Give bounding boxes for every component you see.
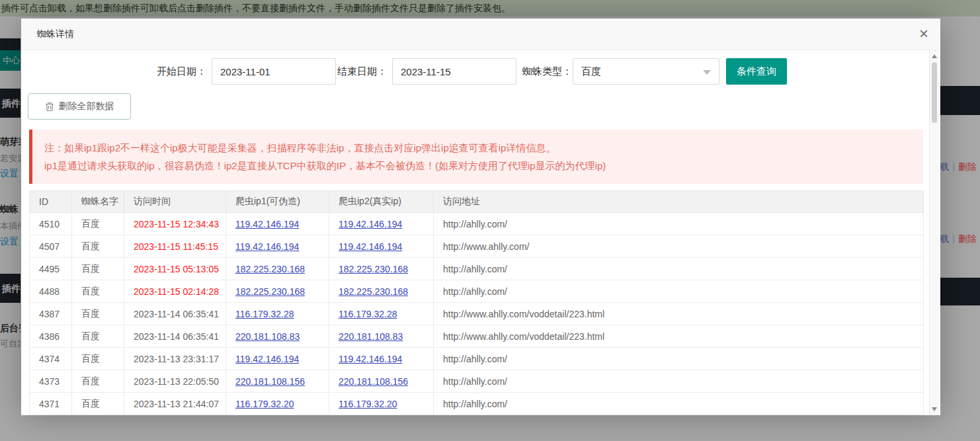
- column-header-0: ID: [30, 191, 72, 213]
- visit-time: 2023-11-15 12:34:43: [124, 213, 226, 235]
- modal-header: 蜘蛛详情 ×: [21, 19, 940, 50]
- table-row: 4510百度2023-11-15 12:34:43119.42.146.1941…: [30, 213, 924, 235]
- modal-scrollbar[interactable]: [929, 50, 939, 415]
- ip-warning-line-1: 注：如果ip1跟ip2不一样这个ip极大可能是采集器，扫描程序等非法ip，直接点…: [44, 139, 923, 157]
- table-row: 4488百度2023-11-15 02:14:28182.225.230.168…: [30, 280, 924, 303]
- spider-table-body: 4510百度2023-11-15 12:34:43119.42.146.1941…: [30, 213, 924, 415]
- row-id: 4495: [30, 258, 72, 280]
- ip1-link[interactable]: 182.225.230.168: [235, 264, 305, 274]
- visit-url: http://ahlly.com/: [434, 258, 924, 280]
- spider-type-selected-value: 百度: [581, 65, 601, 77]
- ip2-link-cell: 116.179.32.28: [329, 303, 434, 325]
- visit-time: 2023-11-13 21:44:07: [124, 393, 226, 415]
- ip1-link[interactable]: 119.42.146.194: [235, 241, 299, 252]
- ip2-link-cell: 119.42.146.194: [329, 213, 434, 235]
- ip2-link[interactable]: 182.225.230.168: [339, 264, 408, 274]
- ip1-link-cell: 220.181.108.83: [226, 325, 329, 348]
- ip1-link-cell: 119.42.146.194: [226, 213, 329, 235]
- spider-table-head-row: ID蜘蛛名字访问时间爬虫ip1(可伪造)爬虫ip2(真实ip)访问地址: [30, 191, 924, 213]
- start-date-label: 开始日期：: [157, 58, 206, 85]
- ip1-link-cell: 220.181.108.156: [226, 370, 329, 393]
- delete-all-data-button[interactable]: 删除全部数据: [28, 93, 131, 120]
- visit-url: http://ahlly.com/: [434, 280, 924, 303]
- column-header-2: 访问时间: [124, 191, 226, 213]
- visit-url: http://ahlly.com/: [434, 213, 924, 235]
- ip1-link[interactable]: 119.42.146.194: [235, 219, 299, 229]
- ip2-link-cell: 119.42.146.194: [329, 235, 434, 258]
- ip2-link-cell: 182.225.230.168: [329, 258, 434, 280]
- scroll-up-icon[interactable]: [932, 54, 937, 58]
- ip2-link-cell: 116.179.32.20: [329, 393, 434, 415]
- row-id: 4386: [30, 325, 72, 348]
- start-date-input[interactable]: [212, 58, 336, 85]
- row-id: 4510: [30, 213, 72, 235]
- row-id: 4373: [30, 370, 72, 393]
- spider-name: 百度: [72, 213, 124, 235]
- ip1-link-cell: 182.225.230.168: [226, 280, 329, 303]
- ip2-link[interactable]: 119.42.146.194: [339, 354, 402, 364]
- end-date-input[interactable]: [392, 58, 516, 85]
- column-header-4: 爬虫ip2(真实ip): [329, 191, 434, 213]
- spider-type-select[interactable]: 百度: [573, 58, 719, 85]
- visit-time: 2023-11-13 22:05:50: [124, 370, 226, 393]
- ip1-link[interactable]: 116.179.32.20: [235, 399, 294, 409]
- ip1-link[interactable]: 220.181.108.156: [235, 376, 305, 387]
- column-header-3: 爬虫ip1(可伪造): [226, 191, 329, 213]
- column-header-5: 访问地址: [434, 191, 924, 213]
- ip1-link-cell: 119.42.146.194: [226, 235, 329, 258]
- ip1-link-cell: 116.179.32.28: [226, 303, 329, 325]
- row-id: 4507: [30, 235, 72, 258]
- spider-detail-modal: 蜘蛛详情 × 开始日期： 结束日期： 蜘蛛类型： 百度 条件查询 删除全部数据 …: [21, 19, 940, 415]
- column-header-1: 蜘蛛名字: [72, 191, 124, 213]
- ip2-link-cell: 182.225.230.168: [329, 280, 434, 303]
- ip1-link[interactable]: 220.181.108.83: [235, 331, 300, 342]
- table-row: 4374百度2023-11-13 23:31:17119.42.146.1941…: [30, 348, 924, 370]
- visit-time: 2023-11-15 11:45:15: [124, 235, 226, 258]
- scrollbar-thumb[interactable]: [932, 62, 937, 123]
- modal-title: 蜘蛛详情: [21, 19, 940, 50]
- ip2-link-cell: 220.181.108.156: [329, 370, 434, 393]
- table-row: 4386百度2023-11-14 06:35:41220.181.108.832…: [30, 325, 924, 348]
- ip2-link[interactable]: 220.181.108.156: [339, 376, 408, 387]
- spider-name: 百度: [72, 280, 124, 303]
- ip2-link-cell: 119.42.146.194: [329, 348, 434, 370]
- ip1-link[interactable]: 182.225.230.168: [235, 286, 305, 297]
- table-row: 4371百度2023-11-13 21:44:07116.179.32.2011…: [30, 393, 924, 415]
- visit-url: http://ahlly.com/: [434, 393, 924, 415]
- row-id: 4374: [30, 348, 72, 370]
- row-id: 4488: [30, 280, 72, 303]
- visit-url: http://www.ahlly.com/voddetail/223.html: [434, 303, 924, 325]
- ip1-link[interactable]: 119.42.146.194: [235, 354, 299, 364]
- ip-warning-note: 注：如果ip1跟ip2不一样这个ip极大可能是采集器，扫描程序等非法ip，直接点…: [29, 130, 923, 184]
- spider-name: 百度: [72, 393, 124, 415]
- spider-name: 百度: [72, 370, 124, 393]
- ip2-link[interactable]: 116.179.32.28: [339, 309, 397, 319]
- ip1-link-cell: 182.225.230.168: [226, 258, 329, 280]
- delete-all-data-label: 删除全部数据: [59, 100, 114, 112]
- spider-name: 百度: [72, 258, 124, 280]
- visit-url: http://ahlly.com/: [434, 348, 924, 370]
- spider-name: 百度: [72, 235, 124, 258]
- ip2-link[interactable]: 119.42.146.194: [339, 219, 402, 229]
- table-row: 4373百度2023-11-13 22:05:50220.181.108.156…: [30, 370, 924, 393]
- close-icon[interactable]: ×: [919, 24, 928, 43]
- spider-name: 百度: [72, 348, 124, 370]
- ip2-link[interactable]: 119.42.146.194: [339, 241, 402, 252]
- ip2-link[interactable]: 182.225.230.168: [339, 286, 408, 297]
- row-id: 4371: [30, 393, 72, 415]
- end-date-label: 结束日期：: [337, 58, 387, 85]
- modal-body: 开始日期： 结束日期： 蜘蛛类型： 百度 条件查询 删除全部数据 注：如果ip1…: [21, 50, 940, 415]
- ip1-link[interactable]: 116.179.32.28: [235, 309, 294, 319]
- ip2-link-cell: 220.181.108.83: [329, 325, 434, 348]
- ip1-link-cell: 116.179.32.20: [226, 393, 329, 415]
- ip2-link[interactable]: 116.179.32.20: [339, 399, 397, 409]
- query-button[interactable]: 条件查询: [726, 58, 787, 85]
- ip2-link[interactable]: 220.181.108.83: [339, 331, 403, 342]
- ip1-link-cell: 119.42.146.194: [226, 348, 329, 370]
- ip-warning-line-2: ip1是通过请求头获取的ip，很容易伪造！ip2是直接从TCP中获取的IP，基本…: [44, 157, 923, 175]
- visit-time: 2023-11-15 02:14:28: [124, 280, 226, 303]
- table-row: 4387百度2023-11-14 06:35:41116.179.32.2811…: [30, 303, 924, 325]
- table-row: 4507百度2023-11-15 11:45:15119.42.146.1941…: [30, 235, 924, 258]
- visit-time: 2023-11-14 06:35:41: [124, 303, 226, 325]
- scroll-down-icon[interactable]: [932, 407, 937, 411]
